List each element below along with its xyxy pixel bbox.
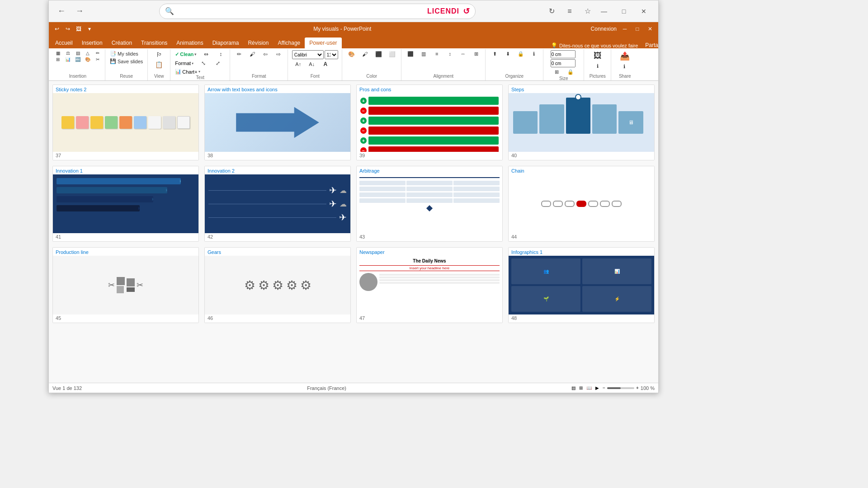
align-btn-1[interactable]: ⬛ xyxy=(404,50,417,58)
clean-dropdown[interactable]: ✓ My slides Clean ▾ xyxy=(173,51,198,58)
icon-btn-7[interactable]: 📊 xyxy=(63,56,72,62)
close-button[interactable]: ✕ xyxy=(635,2,653,20)
fmt-btn-3[interactable]: ⇦ xyxy=(259,50,272,58)
gallery-item-steps[interactable]: Steps 🖥 xyxy=(508,84,655,160)
view-btn-1[interactable]: 🏳 xyxy=(153,50,165,59)
icon-btn-8[interactable]: 🔤 xyxy=(73,56,82,62)
org-btn-1[interactable]: ⬆ xyxy=(488,50,501,58)
gear-icon-2: ⚙ xyxy=(258,278,269,293)
align-btn-6[interactable]: ⊞ xyxy=(470,50,482,58)
icon-btn-2[interactable]: ⚖ xyxy=(63,50,72,56)
ppt-minimize-button[interactable]: ─ xyxy=(620,24,629,33)
org-btn-2[interactable]: ⬇ xyxy=(501,50,514,58)
gallery-item-sticky[interactable]: Sticky notes 2 xyxy=(52,84,199,160)
tab-affichage[interactable]: Affichage xyxy=(273,38,305,48)
address-input[interactable] xyxy=(178,8,424,14)
color-btn-2[interactable]: 🖌 xyxy=(359,50,371,58)
gallery-item-infographics[interactable]: Infographics 1 👥 📊 🌱 ⚡ 48 xyxy=(508,247,655,323)
undo-button[interactable]: ↩ xyxy=(52,24,61,33)
font-larger-button[interactable]: A↑ xyxy=(292,60,305,68)
presentation-button[interactable]: 🖼 xyxy=(74,24,83,33)
back-button[interactable]: ← xyxy=(54,4,69,19)
gallery-item-arbitrage[interactable]: Arbitrage xyxy=(356,166,503,242)
redo-button[interactable]: ↪ xyxy=(63,24,72,33)
reload-button[interactable]: ↻ xyxy=(544,4,559,19)
view-slide-sorter-button[interactable]: ⊞ xyxy=(579,385,583,390)
size-controls: ⊞ 🔒 xyxy=(551,50,577,76)
view-btn-2[interactable]: 📋 xyxy=(153,60,165,69)
my-slides-button[interactable]: 📑 My slides xyxy=(108,50,140,57)
tab-creation[interactable]: Création xyxy=(107,38,137,48)
menu-button[interactable]: ≡ xyxy=(562,4,577,19)
text-tool-2[interactable]: ↕ xyxy=(214,50,227,58)
ppt-close-button[interactable]: ✕ xyxy=(646,24,655,33)
zoom-in-button[interactable]: + xyxy=(636,385,639,390)
tab-poweruser[interactable]: Power-user xyxy=(305,38,341,48)
ppt-maximize-button[interactable]: □ xyxy=(633,24,642,33)
fmt-btn-4[interactable]: ⇨ xyxy=(272,50,285,58)
height-input[interactable] xyxy=(551,59,576,67)
gallery-item-newspaper[interactable]: Newspaper The Daily News Insert your hea… xyxy=(356,247,503,323)
share-btn-1[interactable]: 📤 xyxy=(618,50,632,62)
save-slides-button[interactable]: 💾 Save slides xyxy=(108,58,145,65)
maximize-button[interactable]: □ xyxy=(615,2,633,20)
color-btn-4[interactable]: ⬜ xyxy=(386,50,398,58)
tab-diaporama[interactable]: Diaporama xyxy=(208,38,244,48)
icon-btn-5[interactable]: ✏ xyxy=(93,50,102,56)
text-tool-3[interactable]: ⤡ xyxy=(197,59,210,67)
gallery-item-chain[interactable]: Chain 44 xyxy=(508,166,655,242)
icon-btn-6[interactable]: ⊞ xyxy=(53,56,62,62)
icon-btn-1[interactable]: ▦ xyxy=(53,50,62,56)
icon-btn-4[interactable]: △ xyxy=(83,50,92,56)
picture-btn-1[interactable]: 🖼 xyxy=(591,50,604,61)
view-slideshow-button[interactable]: ▶ xyxy=(595,385,599,390)
lock-button[interactable]: 🔒 xyxy=(564,68,577,76)
font-smaller-button[interactable]: A↓ xyxy=(306,60,318,68)
tab-revision[interactable]: Révision xyxy=(243,38,273,48)
gallery-item-prodline[interactable]: Production line ✂ xyxy=(52,247,199,323)
view-normal-button[interactable]: ▤ xyxy=(571,385,576,390)
align-btn-3[interactable]: ≡ xyxy=(430,50,443,57)
tab-animations[interactable]: Animations xyxy=(172,38,208,48)
icon-btn-10[interactable]: ✂ xyxy=(93,56,102,62)
view-reading-button[interactable]: 📖 xyxy=(586,385,592,390)
tab-insertion[interactable]: Insertion xyxy=(77,38,107,48)
share-btn-2[interactable]: ℹ xyxy=(618,63,631,70)
color-btn-3[interactable]: ⬛ xyxy=(372,50,385,58)
chartplus-dropdown[interactable]: 📊 Chart+ ▾ xyxy=(173,68,202,75)
gallery-item-innov2[interactable]: Innovation 2 ✈ ☁ ✈ ☁ xyxy=(204,166,351,242)
size-btn-1[interactable]: ⊞ xyxy=(551,68,563,76)
org-btn-3[interactable]: 🔒 xyxy=(514,50,527,58)
fmt-btn-1[interactable]: ✏ xyxy=(233,50,245,58)
gallery-item-gears[interactable]: Gears ⚙ ⚙ ⚙ ⚙ ⚙ 46 xyxy=(204,247,351,323)
picture-btn-2[interactable]: ℹ xyxy=(591,62,604,70)
minimize-button[interactable]: — xyxy=(595,2,613,20)
icon-btn-3[interactable]: ▤ xyxy=(73,50,82,56)
font-size-select[interactable]: 11 xyxy=(325,50,338,59)
format-dropdown[interactable]: Format ▾ xyxy=(173,60,195,66)
gallery-item-proscons[interactable]: Pros and cons + − + xyxy=(356,84,503,160)
gallery-item-arrow[interactable]: Arrow with text boxes and icons 38 xyxy=(204,84,351,160)
zoom-out-button[interactable]: − xyxy=(603,385,605,390)
qat-more-button[interactable]: ▾ xyxy=(85,24,94,33)
org-btn-4[interactable]: ℹ xyxy=(528,50,540,58)
color-btn-1[interactable]: 🎨 xyxy=(345,50,358,58)
fmt-btn-2[interactable]: 🖌 xyxy=(246,50,259,58)
tab-transitions[interactable]: Transitions xyxy=(137,38,172,48)
text-tool-4[interactable]: ⤢ xyxy=(212,59,224,67)
width-input[interactable] xyxy=(551,50,576,58)
font-bold-button[interactable]: A xyxy=(319,60,332,68)
icon-btn-9[interactable]: 🎨 xyxy=(83,56,92,62)
gallery-item-innov1[interactable]: Innovation 1 xyxy=(52,166,199,242)
zoom-slider[interactable] xyxy=(607,387,634,389)
font-name-select[interactable]: Calibri xyxy=(292,50,324,59)
tab-accueil[interactable]: Accueil xyxy=(51,38,77,48)
align-btn-4[interactable]: ↕ xyxy=(443,50,456,57)
forward-button[interactable]: → xyxy=(72,4,87,19)
favorites-button[interactable]: ☆ xyxy=(580,4,595,19)
align-btn-5[interactable]: ↔ xyxy=(457,50,469,57)
align-btn-2[interactable]: ▥ xyxy=(417,50,430,58)
connexion-label[interactable]: Connexion xyxy=(591,26,617,32)
partage-label[interactable]: Parta xyxy=(645,42,658,48)
text-tool-1[interactable]: ⇔ xyxy=(200,50,212,58)
